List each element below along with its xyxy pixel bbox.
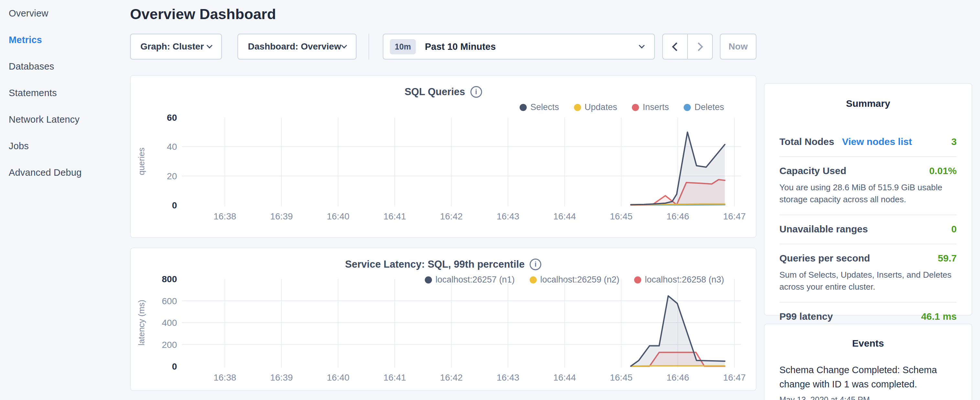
chart-legend: SelectsUpdatesInsertsDeletes	[520, 102, 724, 112]
time-step-forward-button[interactable]	[687, 33, 713, 59]
sidebar-item-label: Statements	[9, 88, 57, 98]
sidebar-item-metrics[interactable]: Metrics	[9, 27, 130, 53]
sidebar-item-label: Overview	[9, 8, 48, 19]
info-icon[interactable]	[471, 86, 482, 98]
event-item[interactable]: Schema Change Completed: Schema change w…	[780, 363, 957, 400]
graph-scope-dropdown-label: Graph: Cluster	[140, 41, 204, 52]
svg-text:200: 200	[162, 340, 177, 350]
svg-text:600: 600	[162, 296, 177, 306]
summary-row-label: Total Nodes	[780, 136, 834, 147]
summary-row-head: Capacity Used0.01%	[780, 166, 957, 176]
summary-row-label: P99 latency	[780, 311, 833, 322]
svg-text:20: 20	[167, 171, 177, 181]
time-range-dropdown[interactable]: 10m Past 10 Minutes	[383, 33, 655, 59]
svg-text:40: 40	[167, 142, 177, 152]
svg-text:16:40: 16:40	[327, 373, 349, 382]
chevron-right-icon	[694, 42, 703, 51]
sidebar-item-statements[interactable]: Statements	[9, 80, 130, 106]
sql-queries-chart-header: SQL Queries	[131, 86, 756, 98]
svg-text:16:39: 16:39	[270, 373, 293, 382]
service-latency-canvas: 020040060080016:3816:3916:4016:4116:4216…	[131, 275, 756, 390]
sidebar-item-jobs[interactable]: Jobs	[9, 133, 130, 159]
dashboard-dropdown-label: Dashboard: Overview	[248, 41, 341, 52]
summary-row-value: 59.7	[938, 253, 957, 264]
chevron-down-icon	[639, 42, 644, 48]
legend-dot-icon	[520, 104, 527, 111]
legend-label: Inserts	[643, 102, 669, 112]
sidebar-item-overview[interactable]: Overview	[9, 0, 130, 27]
summary-row-label: Unavailable ranges	[780, 224, 868, 234]
summary-row-total-nodes: Total NodesView nodes list3	[780, 128, 957, 157]
chart-plot-area: 020406016:3816:3916:4016:4116:4216:4316:…	[131, 112, 756, 239]
time-range-label: Past 10 Minutes	[425, 41, 496, 52]
svg-text:16:38: 16:38	[213, 373, 236, 382]
sql-queries-canvas: 020406016:3816:3916:4016:4116:4216:4316:…	[131, 112, 756, 237]
sql-queries-chart-card: SQL Queries SelectsUpdatesInsertsDeletes…	[130, 75, 756, 238]
svg-text:16:42: 16:42	[440, 373, 463, 382]
view-nodes-list-link[interactable]: View nodes list	[842, 136, 912, 147]
svg-text:16:38: 16:38	[213, 211, 236, 222]
event-timestamp: May 13, 2020 at 4:45 PM	[780, 395, 957, 400]
svg-text:0: 0	[172, 362, 177, 371]
legend-label: Updates	[585, 102, 617, 112]
legend-item-updates[interactable]: Updates	[574, 102, 617, 112]
svg-text:16:43: 16:43	[496, 211, 519, 222]
legend-label: Deletes	[694, 102, 724, 112]
svg-text:16:47: 16:47	[723, 373, 746, 382]
svg-text:800: 800	[162, 275, 177, 284]
svg-text:16:40: 16:40	[327, 211, 349, 222]
summary-row-head: P99 latency46.1 ms	[780, 311, 957, 322]
chart-plot-area: 020040060080016:3816:3916:4016:4116:4216…	[131, 275, 756, 392]
legend-item-deletes[interactable]: Deletes	[684, 102, 724, 112]
svg-text:16:46: 16:46	[667, 211, 689, 222]
sidebar-item-network-latency[interactable]: Network Latency	[9, 106, 130, 133]
summary-row-value: 46.1 ms	[921, 311, 957, 322]
legend-dot-icon	[574, 104, 581, 111]
events-panel: Events Schema Change Completed: Schema c…	[764, 324, 972, 400]
svg-text:16:44: 16:44	[553, 373, 576, 382]
info-icon[interactable]	[530, 258, 541, 270]
legend-label: Selects	[530, 102, 559, 112]
sidebar-item-label: Advanced Debug	[9, 167, 81, 178]
summary-row-label: Capacity Used	[780, 166, 846, 176]
sidebar-item-databases[interactable]: Databases	[9, 53, 130, 80]
svg-text:16:39: 16:39	[270, 211, 293, 222]
chart-title: SQL Queries	[404, 86, 465, 98]
chevron-down-icon	[207, 42, 213, 48]
now-button[interactable]: Now	[720, 33, 756, 59]
sidebar-item-label: Network Latency	[9, 114, 80, 125]
svg-text:queries: queries	[137, 148, 146, 175]
event-list: Schema Change Completed: Schema change w…	[780, 363, 957, 400]
legend-dot-icon	[632, 104, 639, 111]
time-range-badge: 10m	[390, 39, 416, 54]
svg-text:16:45: 16:45	[610, 373, 633, 382]
graph-scope-dropdown[interactable]: Graph: Cluster	[130, 33, 222, 59]
chart-title: Service Latency: SQL, 99th percentile	[345, 258, 525, 270]
summary-row-label: Queries per second	[780, 253, 870, 264]
legend-item-inserts[interactable]: Inserts	[632, 102, 669, 112]
sidebar-item-label: Metrics	[9, 35, 42, 45]
summary-row-head: Queries per second59.7	[780, 253, 957, 264]
summary-panel: Summary Total NodesView nodes list3Capac…	[764, 83, 972, 316]
summary-row-unavailable-ranges: Unavailable ranges0	[780, 215, 957, 244]
summary-row-description: Sum of Selects, Updates, Inserts, and De…	[780, 269, 957, 293]
legend-item-selects[interactable]: Selects	[520, 102, 559, 112]
svg-text:60: 60	[167, 113, 177, 123]
svg-text:16:41: 16:41	[383, 211, 406, 222]
chevron-down-icon	[341, 42, 347, 48]
svg-text:400: 400	[162, 318, 177, 328]
event-message: Schema Change Completed: Schema change w…	[780, 363, 957, 391]
summary-row-head: Total NodesView nodes list3	[780, 136, 957, 147]
summary-rows: Total NodesView nodes list3Capacity Used…	[780, 128, 957, 331]
svg-text:latency (ms): latency (ms)	[137, 300, 146, 346]
svg-text:0: 0	[172, 200, 177, 210]
summary-row-description: You are using 28.6 MiB of 515.9 GiB usab…	[780, 182, 957, 206]
dashboard-dropdown[interactable]: Dashboard: Overview	[237, 33, 356, 59]
sidebar-item-advanced-debug[interactable]: Advanced Debug	[9, 159, 130, 186]
service-latency-chart-card: Service Latency: SQL, 99th percentile lo…	[130, 247, 756, 391]
svg-text:16:41: 16:41	[383, 373, 406, 382]
controls-bar: Graph: Cluster Dashboard: Overview 10m P…	[130, 33, 756, 59]
right-rail: Summary Total NodesView nodes list3Capac…	[764, 0, 972, 400]
time-step-back-button[interactable]	[662, 33, 688, 59]
controls-divider	[369, 33, 369, 59]
